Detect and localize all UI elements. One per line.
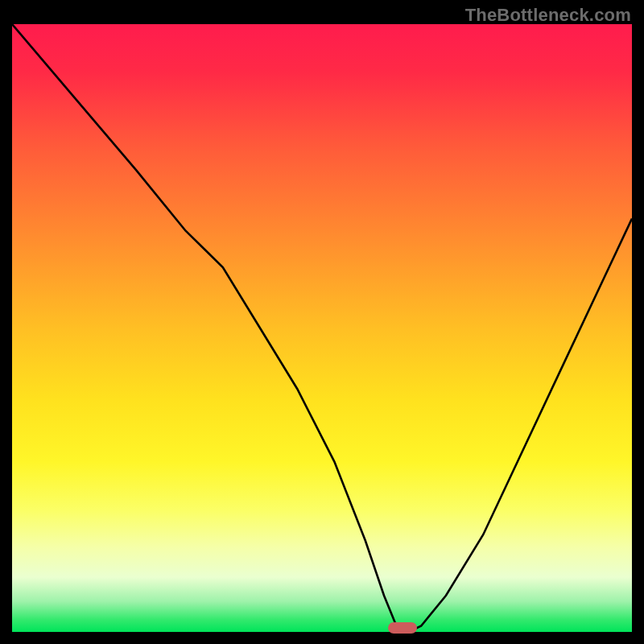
bottleneck-chart (12, 24, 632, 632)
gradient-background (12, 24, 632, 632)
chart-frame (12, 24, 632, 632)
minimum-marker (388, 622, 417, 634)
watermark-text: TheBottleneck.com (465, 5, 631, 26)
